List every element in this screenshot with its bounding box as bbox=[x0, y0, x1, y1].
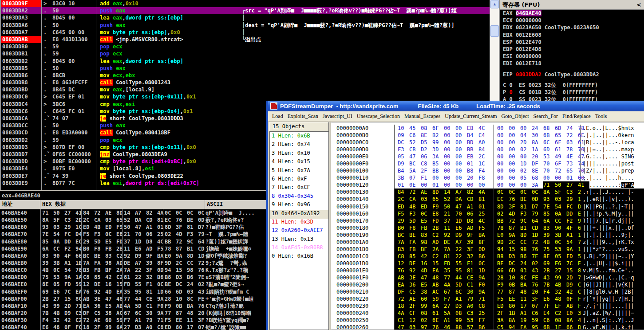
hex-byte[interactable]: 0C bbox=[174, 209, 186, 216]
hex-byte[interactable]: 99 bbox=[421, 302, 432, 310]
stream-hex-row[interactable]: 0000000200EA36E5AB4A5DC1F0F90BBA767B4BD9… bbox=[331, 281, 644, 288]
address[interactable]: 0803DDD2 bbox=[1, 137, 41, 144]
hex-byte[interactable]: 6B bbox=[543, 324, 555, 330]
hex-byte[interactable]: 99 bbox=[455, 317, 467, 324]
menu-item-unescape-selection[interactable]: Unescape_Selection bbox=[355, 113, 402, 120]
hex-byte[interactable]: 02 bbox=[421, 317, 432, 324]
hex-byte[interactable]: 5A bbox=[444, 310, 455, 317]
hex-byte[interactable]: 02 bbox=[163, 231, 174, 238]
hex-byte[interactable]: 03 bbox=[520, 267, 532, 274]
hex-byte[interactable]: 0B bbox=[509, 281, 520, 288]
hex-byte[interactable]: 99 bbox=[432, 139, 444, 146]
hex-byte[interactable]: 1A bbox=[532, 146, 543, 153]
hex-byte[interactable]: 0D bbox=[478, 246, 490, 253]
hex-byte[interactable]: 76 bbox=[432, 324, 444, 330]
hex-byte[interactable]: 7B bbox=[41, 310, 52, 317]
hex-byte[interactable]: 4F bbox=[63, 252, 74, 259]
hex-byte[interactable]: C6 bbox=[409, 132, 421, 139]
hex-byte[interactable]: F1 bbox=[467, 260, 478, 267]
hex-byte[interactable]: 00 bbox=[444, 181, 455, 189]
disasm-row[interactable]: 0803DDB5.50push eax bbox=[1, 65, 490, 72]
hex-byte[interactable]: B1 bbox=[186, 245, 197, 252]
instruction[interactable]: mov [local.8],esi bbox=[98, 165, 242, 172]
hex-byte[interactable]: D9 bbox=[63, 310, 74, 317]
disasm-row[interactable]: 0803DDB0.59pop ecx bbox=[1, 43, 490, 50]
hex-byte[interactable]: E0 bbox=[497, 232, 509, 239]
hex-byte[interactable]: 32 bbox=[52, 317, 63, 324]
hex-byte[interactable]: 87 bbox=[174, 245, 186, 252]
hex-byte[interactable]: BE bbox=[93, 252, 104, 259]
hex-byte[interactable]: 2D bbox=[63, 302, 74, 310]
hex-byte[interactable]: E6 bbox=[134, 245, 145, 252]
hex-byte[interactable]: 5F bbox=[52, 216, 63, 224]
hex-byte[interactable]: A1 bbox=[566, 232, 578, 239]
hex-byte[interactable]: 12 bbox=[82, 281, 93, 288]
hex-byte[interactable]: 03 bbox=[409, 324, 421, 330]
hex-byte[interactable]: 8E bbox=[421, 132, 432, 139]
menu-item-search-for[interactable]: Search_For bbox=[531, 113, 560, 120]
hex-byte[interactable]: 4D bbox=[421, 267, 432, 274]
hex-byte[interactable]: 90 bbox=[52, 252, 63, 259]
hex-byte[interactable]: FD bbox=[444, 260, 455, 267]
hex-byte[interactable]: 29 bbox=[82, 238, 93, 245]
hex-byte[interactable]: 06 bbox=[145, 231, 156, 238]
hex-byte[interactable]: 37 bbox=[122, 238, 134, 245]
hex-byte[interactable]: DF bbox=[82, 310, 93, 317]
hex-byte[interactable]: AB bbox=[432, 281, 444, 288]
hex-byte[interactable]: 95 bbox=[134, 288, 145, 295]
register-row[interactable]: EBP 0012E4D8 bbox=[500, 46, 644, 53]
hex-byte[interactable]: 9C bbox=[186, 238, 197, 245]
hex-byte[interactable]: 4B bbox=[555, 281, 566, 288]
hex-byte[interactable]: 78 bbox=[497, 224, 509, 232]
hex-byte[interactable]: D9 bbox=[398, 160, 409, 167]
hex-byte[interactable]: 78 bbox=[163, 245, 174, 252]
hex-byte[interactable]: DD bbox=[566, 210, 578, 217]
hex-byte[interactable]: 1D bbox=[134, 238, 145, 245]
hex-byte[interactable]: 92 bbox=[122, 252, 134, 259]
hex-byte[interactable]: 53 bbox=[543, 153, 555, 160]
stream-hex-view[interactable]: 00000000A01045086F0000EB4C00000024686D74… bbox=[331, 122, 644, 330]
address[interactable]: 0803DDD7 bbox=[1, 151, 41, 158]
scrollbar-thumb[interactable] bbox=[490, 25, 499, 37]
hex-byte[interactable]: 68 bbox=[532, 174, 543, 181]
hex-byte[interactable]: 87 bbox=[509, 288, 520, 295]
hex-byte[interactable]: 22 bbox=[134, 274, 145, 281]
hex-byte[interactable]: A1 bbox=[444, 317, 455, 324]
hex-byte[interactable]: DA bbox=[455, 196, 467, 203]
hex-byte[interactable]: F7 bbox=[478, 317, 490, 324]
hex-byte[interactable]: 76 bbox=[532, 281, 543, 288]
hex-byte[interactable]: 78 bbox=[566, 146, 578, 153]
hex-byte[interactable]: F1 bbox=[145, 281, 156, 288]
hex-byte[interactable]: 80 bbox=[509, 302, 520, 310]
hex-byte[interactable]: 47 bbox=[409, 153, 421, 160]
hex-byte[interactable]: 25 bbox=[478, 310, 490, 317]
disasm-row[interactable]: 0803DDA2.50push eax┌src = "qP'A剠睟■ J■■■■… bbox=[1, 7, 490, 14]
hex-byte[interactable]: B8 bbox=[163, 274, 174, 281]
hex-byte[interactable]: 54 bbox=[555, 203, 566, 210]
hex-byte[interactable]: 95 bbox=[455, 267, 467, 274]
hex-byte[interactable]: 6D bbox=[555, 125, 566, 132]
hex-byte[interactable]: 50 bbox=[122, 224, 134, 231]
hex-byte[interactable]: E0 bbox=[163, 252, 174, 259]
instruction[interactable]: mov byte ptr ss:[ebp],0x0 bbox=[98, 29, 242, 36]
hex-byte[interactable]: 3F bbox=[509, 203, 520, 210]
hex-byte[interactable]: 8E bbox=[41, 281, 52, 288]
object-item[interactable]: 6 HLen: 0xF bbox=[270, 176, 328, 184]
hex-byte[interactable]: 71 bbox=[41, 209, 52, 216]
hex-byte[interactable]: 14 bbox=[122, 209, 134, 216]
hex-byte[interactable]: 6C bbox=[134, 310, 145, 317]
hex-byte[interactable]: 7F bbox=[543, 302, 555, 310]
hex-byte[interactable]: A1 bbox=[467, 203, 478, 210]
instruction[interactable]: cmp byte ptr ds:[edi+0xBC],0x0 bbox=[98, 158, 242, 165]
hex-byte[interactable]: 4D bbox=[509, 210, 520, 217]
hex-byte[interactable]: 4A bbox=[398, 310, 409, 317]
hex-byte[interactable]: AE bbox=[104, 209, 115, 216]
hex-byte[interactable]: 97 bbox=[421, 324, 432, 330]
hex-byte[interactable]: 0C bbox=[104, 231, 115, 238]
hex-byte[interactable]: 59 bbox=[432, 295, 444, 302]
stream-hex-row[interactable]: 0000000160F5F30CE821700625024DF379850ADD… bbox=[331, 210, 644, 217]
hex-byte[interactable]: F3 bbox=[409, 210, 421, 217]
hex-byte[interactable]: B2 bbox=[432, 132, 444, 139]
hex-byte[interactable]: 6C bbox=[455, 288, 467, 295]
hex-byte[interactable]: 20 bbox=[532, 153, 543, 160]
